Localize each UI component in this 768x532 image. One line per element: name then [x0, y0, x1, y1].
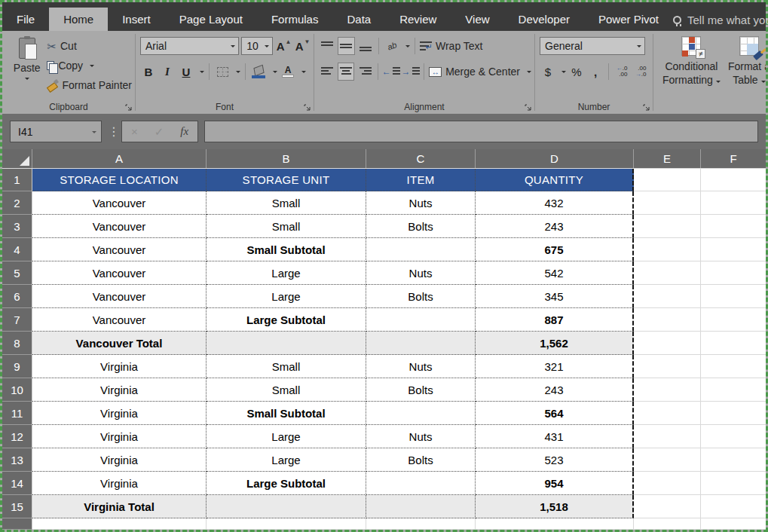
- cell-D7[interactable]: 887: [476, 308, 634, 332]
- cell-F12[interactable]: [701, 425, 766, 448]
- cell-B7[interactable]: Large Subtotal: [207, 308, 366, 332]
- cell-D13[interactable]: 523: [476, 448, 634, 472]
- cell-B2[interactable]: Small: [207, 191, 366, 215]
- cell-E3[interactable]: [634, 215, 701, 238]
- cell-C12[interactable]: Nuts: [366, 425, 476, 448]
- cell-B1[interactable]: STORAGE UNIT: [207, 169, 366, 191]
- decrease-decimal-button[interactable]: .00→.0: [632, 63, 649, 81]
- cell-C1[interactable]: ITEM: [366, 169, 476, 191]
- cell-A7[interactable]: Vancouver: [32, 308, 207, 332]
- cell-A16[interactable]: [32, 518, 207, 530]
- cell-F7[interactable]: [701, 308, 766, 332]
- row-header-12[interactable]: 12: [2, 425, 32, 448]
- conditional-formatting-button[interactable]: ≠ Conditional Formatting: [662, 35, 721, 102]
- cell-C15[interactable]: [366, 495, 476, 518]
- cell-D2[interactable]: 432: [476, 191, 634, 215]
- column-header-c[interactable]: C: [366, 149, 476, 168]
- cell-A1[interactable]: STORAGE LOCATION: [32, 169, 207, 191]
- cell-B10[interactable]: Small: [207, 378, 366, 402]
- cut-button[interactable]: ✂ Cut: [47, 38, 132, 54]
- cell-F2[interactable]: [701, 191, 766, 215]
- cell-F8[interactable]: [701, 332, 766, 355]
- clipboard-dialog-launcher-icon[interactable]: [125, 104, 133, 112]
- orientation-dropdown-icon[interactable]: [405, 45, 410, 50]
- cell-C11[interactable]: [366, 402, 476, 425]
- cell-A9[interactable]: Virginia: [32, 355, 207, 378]
- cell-E16[interactable]: [634, 518, 701, 530]
- tab-power-pivot[interactable]: Power Pivot: [584, 8, 673, 31]
- cell-F13[interactable]: [701, 448, 766, 472]
- alignment-dialog-launcher-icon[interactable]: [525, 104, 532, 112]
- cell-C4[interactable]: [366, 238, 476, 261]
- tab-view[interactable]: View: [451, 8, 503, 31]
- cell-C8[interactable]: [366, 332, 476, 355]
- row-header-6[interactable]: 6: [2, 285, 32, 308]
- fill-color-dropdown-icon[interactable]: [273, 71, 277, 75]
- cell-D16[interactable]: [476, 518, 634, 530]
- column-header-e[interactable]: E: [634, 149, 701, 168]
- borders-button[interactable]: [214, 63, 231, 81]
- accounting-format-button[interactable]: $: [540, 63, 556, 81]
- underline-button[interactable]: U: [178, 63, 194, 81]
- paste-button[interactable]: Paste: [7, 35, 47, 102]
- cell-F4[interactable]: [701, 238, 766, 261]
- cell-A15[interactable]: Virginia Total: [32, 495, 207, 518]
- cell-E1[interactable]: [634, 169, 701, 191]
- cell-D11[interactable]: 564: [476, 402, 634, 425]
- row-header-7[interactable]: 7: [2, 308, 32, 332]
- cell-E12[interactable]: [634, 425, 701, 448]
- cell-A4[interactable]: Vancouver: [32, 238, 207, 261]
- cell-C6[interactable]: Bolts: [366, 285, 476, 308]
- row-header-13[interactable]: 13: [2, 448, 32, 472]
- cell-F16[interactable]: [701, 518, 766, 530]
- cell-A14[interactable]: Virginia: [32, 472, 207, 495]
- decrease-font-size-button[interactable]: A▼: [294, 37, 311, 55]
- tell-me-box[interactable]: Tell me what you want to do...: [673, 14, 768, 31]
- cell-F14[interactable]: [701, 472, 766, 495]
- italic-button[interactable]: I: [159, 63, 176, 81]
- cell-B14[interactable]: Large Subtotal: [207, 472, 366, 495]
- formula-bar-grip-icon[interactable]: ⋮: [108, 128, 115, 136]
- select-all-button[interactable]: [2, 149, 32, 168]
- tab-home[interactable]: Home: [49, 8, 108, 31]
- cell-C5[interactable]: Nuts: [366, 261, 476, 285]
- number-format-combo[interactable]: General: [540, 37, 645, 55]
- tab-data[interactable]: Data: [332, 8, 385, 31]
- column-header-f[interactable]: F: [701, 149, 766, 168]
- cell-B16[interactable]: [207, 518, 366, 530]
- cell-A5[interactable]: Vancouver: [32, 261, 207, 285]
- cell-C10[interactable]: Bolts: [366, 378, 476, 402]
- align-center-button[interactable]: [338, 63, 354, 81]
- enter-icon[interactable]: ✓: [155, 125, 164, 139]
- cell-D5[interactable]: 542: [476, 261, 634, 285]
- cell-C7[interactable]: [366, 308, 476, 332]
- cell-A6[interactable]: Vancouver: [32, 285, 207, 308]
- percent-style-button[interactable]: %: [568, 63, 585, 81]
- cell-E2[interactable]: [634, 191, 701, 215]
- cell-D15[interactable]: 1,518: [476, 495, 634, 518]
- row-header-15[interactable]: 15: [2, 495, 32, 518]
- align-right-button[interactable]: [356, 63, 373, 81]
- increase-decimal-button[interactable]: ←.0.00: [613, 63, 630, 81]
- cell-B5[interactable]: Large: [207, 261, 366, 285]
- increase-font-size-button[interactable]: A▲: [275, 37, 292, 55]
- format-painter-button[interactable]: Format Painter: [47, 77, 132, 93]
- row-header-4[interactable]: 4: [2, 238, 32, 261]
- tab-file[interactable]: File: [2, 8, 49, 31]
- increase-indent-button[interactable]: →: [402, 63, 420, 81]
- cell-E8[interactable]: [634, 332, 701, 355]
- cell-B12[interactable]: Large: [207, 425, 366, 448]
- tab-review[interactable]: Review: [385, 8, 451, 31]
- cell-E7[interactable]: [634, 308, 701, 332]
- cell-F10[interactable]: [701, 378, 766, 402]
- cell-D12[interactable]: 431: [476, 425, 634, 448]
- accounting-dropdown-icon[interactable]: [561, 71, 566, 75]
- cell-D1[interactable]: QUANTITY: [476, 169, 634, 191]
- font-dialog-launcher-icon[interactable]: [304, 104, 311, 112]
- tab-developer[interactable]: Developer: [504, 8, 584, 31]
- cell-E6[interactable]: [634, 285, 701, 308]
- tab-formulas[interactable]: Formulas: [257, 8, 333, 31]
- tab-insert[interactable]: Insert: [108, 8, 165, 31]
- cell-B15[interactable]: [207, 495, 366, 518]
- merge-center-button[interactable]: ↔ Merge & Center: [429, 63, 531, 81]
